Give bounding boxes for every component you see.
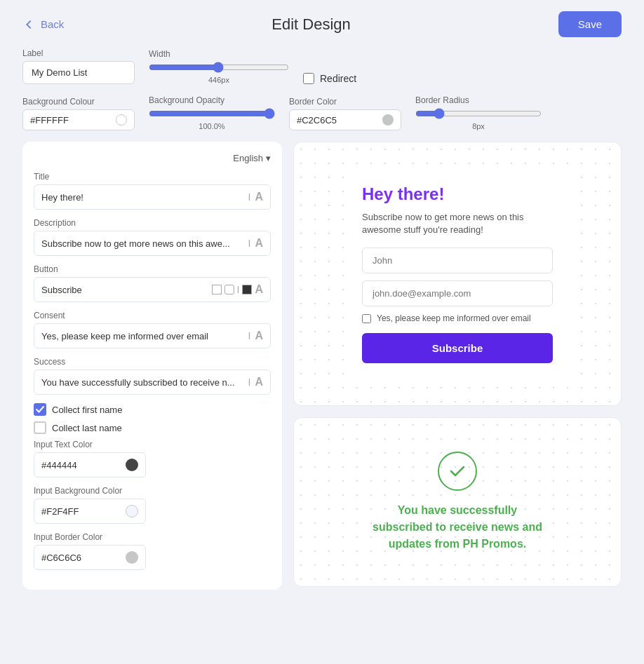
consent-text-size-icon[interactable]: I [248,330,251,341]
input-text-color-input[interactable]: #444444 [34,452,146,477]
preview-first-name-input[interactable] [362,248,553,273]
form-preview-inner: Hey there! Subscribe now to get more new… [345,165,570,383]
collect-last-name-label: Collect last name [52,423,122,433]
border-color-label: Border Color [289,97,401,107]
label-input[interactable] [22,61,135,84]
preview-email-input[interactable] [362,280,553,306]
desc-text-size-icon[interactable]: I [248,238,251,249]
input-bg-color-swatch [126,505,138,517]
checkmark-icon [36,406,44,413]
collect-first-name-row: Collect first name [34,403,271,416]
consent-font-style-icon[interactable]: A [255,330,263,342]
consent-field[interactable]: Yes, please keep me informed over email … [34,323,271,348]
btn-font-style-icon[interactable]: A [255,283,263,296]
success-message: You have successfully subscribed to rece… [366,502,549,553]
input-border-color-input[interactable]: #C6C6C6 [34,545,146,570]
preview-title: Hey there! [362,184,553,204]
border-color-input[interactable]: #C2C6C5 [289,109,401,130]
language-selector[interactable]: English ▾ [233,153,271,163]
label-field-label: Label [22,48,135,58]
preview-subscribe-button[interactable]: Subscribe [362,333,553,363]
input-text-color-label: Input Text Color [34,440,271,449]
save-button[interactable]: Save [558,11,622,37]
bg-colour-swatch [116,114,127,126]
description-field[interactable]: Subscribe now to get more news on this a… [34,231,271,256]
back-button[interactable]: Back [22,18,64,31]
success-text-size-icon[interactable]: I [248,377,251,388]
page-title: Edit Design [271,15,351,34]
input-text-color-swatch [126,459,138,471]
preview-consent-checkbox[interactable] [362,314,371,323]
bg-opacity-label: Background Opacity [149,95,275,105]
collect-last-name-checkbox[interactable] [34,421,46,434]
consent-field-label: Consent [34,311,271,320]
bg-opacity-value: 100.0% [149,122,275,130]
chevron-down-icon: ▾ [266,153,271,163]
success-checkmark-icon [448,461,467,481]
redirect-checkbox[interactable] [303,73,314,84]
btn-square-icon[interactable] [212,285,222,294]
desc-font-style-icon[interactable]: A [255,237,263,250]
title-field[interactable]: Hey there! I A [34,184,271,210]
success-icon-wrapper [438,452,477,491]
border-radius-slider[interactable] [415,108,542,119]
btn-text-size-icon[interactable]: I [237,284,240,295]
bg-colour-input[interactable]: #FFFFFF [22,109,135,130]
success-field[interactable]: You have successfully subscribed to rece… [34,370,271,395]
editor-panel: English ▾ Title Hey there! I A Descripti… [22,142,282,590]
width-label: Width [149,49,289,59]
preview-panel: Hey there! Subscribe now to get more new… [282,142,622,590]
success-font-style-icon[interactable]: A [255,376,263,388]
title-field-label: Title [34,172,271,182]
input-border-color-swatch [126,551,138,564]
width-value: 446px [149,76,289,84]
button-field[interactable]: Subscribe I A [34,277,271,302]
bg-colour-label: Background Colour [22,97,135,107]
width-slider[interactable] [149,62,289,73]
border-color-swatch [382,114,394,126]
text-size-icon[interactable]: I [248,191,251,203]
preview-consent-row: Yes, please keep me informed over email [362,313,553,323]
font-style-icon[interactable]: A [255,191,263,203]
description-field-label: Description [34,218,271,228]
btn-filled-icon[interactable] [242,285,252,294]
collect-first-name-label: Collect first name [52,405,122,415]
arrow-left-icon [22,18,35,31]
input-bg-color-label: Input Background Color [34,486,271,496]
button-field-label: Button [34,264,271,274]
border-radius-value: 8px [415,122,542,130]
preview-description: Subscribe now to get more news on this a… [362,211,553,236]
collect-first-name-checkbox[interactable] [34,403,46,416]
success-field-label: Success [34,357,271,367]
input-bg-color-input[interactable]: #F2F4FF [34,499,146,524]
preview-consent-label: Yes, please keep me informed over email [377,313,531,323]
back-label: Back [41,18,64,30]
border-radius-label: Border Radius [415,95,542,105]
collect-last-name-row: Collect last name [34,421,271,434]
bg-opacity-slider[interactable] [149,108,275,119]
form-preview-card: Hey there! Subscribe now to get more new… [293,142,622,406]
success-preview-card: You have successfully subscribed to rece… [293,417,622,587]
redirect-label: Redirect [320,73,356,84]
btn-rounded-icon[interactable] [224,285,234,294]
input-border-color-label: Input Border Color [34,532,271,542]
